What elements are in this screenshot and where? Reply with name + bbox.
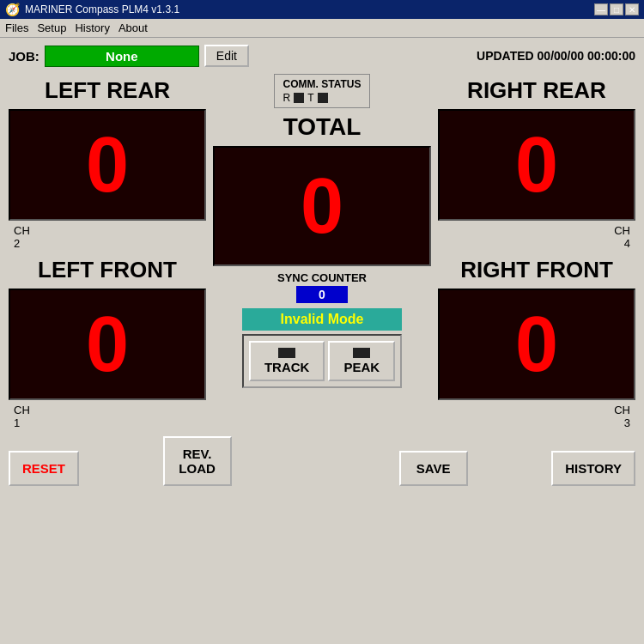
left-front-label: LEFT FRONT xyxy=(9,253,206,287)
updated-section: UPDATED 00/00/00 00:00:00 xyxy=(477,49,635,63)
left-rear-display: 0 xyxy=(9,109,206,221)
left-rear-ch: CH 2 xyxy=(9,222,206,252)
total-label: TOTAL xyxy=(283,113,361,141)
comm-t-indicator xyxy=(318,93,328,103)
center-column: COMM. STATUS R T TOTAL 0 SYNC COUNTER 0 xyxy=(213,74,431,431)
history-button[interactable]: HISTORY xyxy=(551,451,635,486)
comm-status-box: COMM. STATUS R T xyxy=(274,74,371,108)
right-front-display: 0 xyxy=(438,289,635,400)
job-label: JOB: xyxy=(9,49,39,64)
maximize-button[interactable]: □ xyxy=(610,3,623,15)
left-rear-value: 0 xyxy=(86,121,129,210)
mode-label: Invalid Mode xyxy=(242,308,402,331)
track-label: TRACK xyxy=(264,360,310,374)
reset-button[interactable]: RESET xyxy=(9,451,79,486)
right-rear-ch-label: CH xyxy=(614,224,630,237)
mode-buttons: TRACK PEAK xyxy=(242,334,402,388)
minimize-button[interactable]: — xyxy=(594,3,608,15)
right-front-label: RIGHT FRONT xyxy=(438,253,635,287)
comm-status-title: COMM. STATUS xyxy=(283,78,361,90)
sync-label: SYNC COUNTER xyxy=(277,271,367,284)
titlebar-left: 🧭 MARINER Compass PLM4 v1.3.1 xyxy=(5,3,179,16)
left-front-ch-label: CH xyxy=(14,404,30,416)
left-rear-label: LEFT REAR xyxy=(9,74,206,107)
save-button[interactable]: SAVE xyxy=(399,451,468,486)
menu-setup[interactable]: Setup xyxy=(37,21,66,34)
left-column: LEFT REAR 0 CH 2 LEFT FRONT 0 CH 1 xyxy=(9,74,206,431)
app-icon: 🧭 xyxy=(5,3,20,16)
left-front-ch-value: 1 xyxy=(14,416,20,429)
right-front-ch-label: CH xyxy=(614,404,630,416)
track-indicator xyxy=(278,348,295,358)
titlebar: 🧭 MARINER Compass PLM4 v1.3.1 — □ ✕ xyxy=(0,0,644,19)
left-front-value: 0 xyxy=(86,301,129,389)
sync-value: 0 xyxy=(296,286,348,303)
updated-value: 00/00/00 00:00:00 xyxy=(538,49,635,63)
titlebar-controls[interactable]: — □ ✕ xyxy=(594,3,639,15)
comm-r-label: R xyxy=(283,92,291,104)
track-button[interactable]: TRACK xyxy=(249,341,325,381)
left-front-ch: CH 1 xyxy=(9,402,206,431)
right-rear-label: RIGHT REAR xyxy=(438,74,635,107)
edit-button[interactable]: Edit xyxy=(204,45,249,67)
main-content: JOB: None Edit UPDATED 00/00/00 00:00:00… xyxy=(0,38,644,644)
right-rear-display: 0 xyxy=(438,109,635,221)
total-value: 0 xyxy=(301,162,343,251)
sync-section: SYNC COUNTER 0 xyxy=(277,271,367,303)
total-display: 0 xyxy=(213,146,431,266)
updated-label: UPDATED xyxy=(477,49,534,63)
left-rear-ch-value: 2 xyxy=(14,237,20,250)
menubar: Files Setup History About xyxy=(0,19,644,38)
right-column: RIGHT REAR 0 CH 4 RIGHT FRONT 0 CH 3 xyxy=(438,74,635,431)
menu-history[interactable]: History xyxy=(75,21,109,34)
right-front-value: 0 xyxy=(515,301,558,389)
top-bar: JOB: None Edit UPDATED 00/00/00 00:00:00 xyxy=(9,45,635,67)
right-rear-ch: CH 4 xyxy=(438,222,635,252)
left-rear-ch-label: CH xyxy=(14,224,30,237)
comm-r-indicator xyxy=(294,93,304,103)
right-front-ch: CH 3 xyxy=(438,402,635,431)
job-value: None xyxy=(45,46,199,67)
right-rear-ch-value: 4 xyxy=(624,237,630,250)
menu-files[interactable]: Files xyxy=(5,21,28,34)
comm-t-label: T xyxy=(307,92,313,104)
mode-section: Invalid Mode TRACK PEAK xyxy=(242,308,402,388)
left-front-display: 0 xyxy=(9,289,206,400)
peak-indicator xyxy=(353,348,370,358)
close-button[interactable]: ✕ xyxy=(625,3,639,15)
peak-button[interactable]: PEAK xyxy=(328,341,395,381)
bottom-row: RESET REV. LOAD SAVE HISTORY xyxy=(9,436,635,486)
main-layout: LEFT REAR 0 CH 2 LEFT FRONT 0 CH 1 COMM.… xyxy=(9,74,635,431)
right-front-ch-value: 3 xyxy=(624,416,630,429)
app-title: MARINER Compass PLM4 v1.3.1 xyxy=(25,3,179,15)
menu-about[interactable]: About xyxy=(118,21,148,34)
comm-status-row: R T xyxy=(283,92,361,104)
job-section: JOB: None Edit xyxy=(9,45,249,67)
right-rear-value: 0 xyxy=(515,121,558,210)
rev-load-button[interactable]: REV. LOAD xyxy=(163,436,232,486)
peak-label: PEAK xyxy=(343,360,380,374)
